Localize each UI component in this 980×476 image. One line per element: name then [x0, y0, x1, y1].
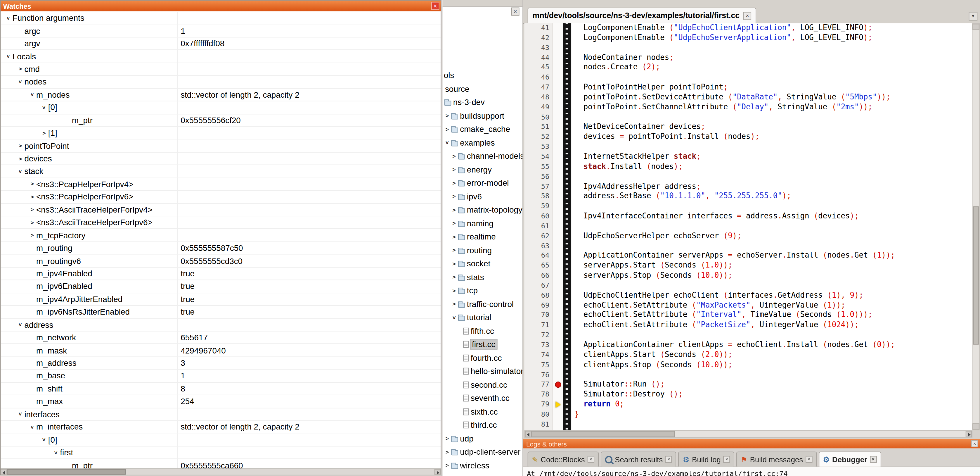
- watch-row[interactable]: >stack: [1, 165, 441, 178]
- marker-cell[interactable]: [553, 321, 563, 331]
- marker-cell[interactable]: [553, 33, 563, 43]
- line-number[interactable]: 46: [525, 73, 552, 83]
- watch-row[interactable]: >Function arguments: [1, 12, 441, 25]
- tree-toggle-icon[interactable]: >: [443, 462, 452, 468]
- code-area[interactable]: LogComponentEnable ("UdpEchoClientApplic…: [571, 23, 972, 430]
- code-line[interactable]: UdpEchoServerHelper echoServer (9);: [574, 231, 973, 241]
- tree-item[interactable]: >examples: [442, 136, 522, 149]
- code-line[interactable]: LogComponentEnable ("UdpEchoClientApplic…: [574, 23, 973, 33]
- code-line[interactable]: [574, 370, 973, 380]
- watch-row[interactable]: >nodes: [1, 76, 441, 89]
- tree-toggle-icon[interactable]: >: [443, 126, 452, 133]
- logs-caption[interactable]: Logs & others ×: [523, 439, 980, 449]
- scroll-left-icon[interactable]: [1, 469, 7, 474]
- scroll-up-icon[interactable]: [972, 24, 979, 30]
- watch-row[interactable]: ><ns3::PcapHelperForIpv6>: [1, 191, 441, 204]
- tree-item[interactable]: ols: [442, 69, 522, 82]
- watch-row[interactable]: ><ns3::AsciiTraceHelperForIpv6>: [1, 216, 441, 229]
- line-number[interactable]: 81: [525, 420, 552, 430]
- tree-toggle-icon[interactable]: >: [444, 139, 450, 147]
- marker-cell[interactable]: [553, 172, 563, 182]
- tree-toggle-icon[interactable]: >: [17, 167, 23, 176]
- tree-item[interactable]: >realtime: [442, 230, 522, 244]
- marker-cell[interactable]: [553, 112, 563, 122]
- code-line[interactable]: PointToPointHelper pointToPoint;: [574, 83, 973, 93]
- line-number[interactable]: 77: [525, 380, 552, 390]
- marker-cell[interactable]: [553, 23, 563, 33]
- line-number[interactable]: 62: [525, 231, 552, 241]
- code-line[interactable]: [574, 420, 973, 430]
- tree-toggle-icon[interactable]: >: [28, 194, 36, 200]
- tab-close-icon[interactable]: ×: [805, 456, 813, 463]
- watch-row[interactable]: >[1]: [1, 127, 441, 140]
- scrollbar-thumb[interactable]: [973, 206, 978, 344]
- tree-item[interactable]: sixth.cc: [442, 405, 522, 418]
- line-number[interactable]: 52: [525, 132, 552, 142]
- tree-toggle-icon[interactable]: >: [41, 104, 47, 112]
- line-number[interactable]: 57: [525, 182, 552, 192]
- marker-cell[interactable]: [553, 221, 563, 231]
- line-number[interactable]: 78: [525, 390, 552, 400]
- line-number[interactable]: 60: [525, 211, 552, 221]
- line-number[interactable]: 58: [525, 192, 552, 201]
- watch-row[interactable]: >m_ptr0x5555555ca660: [1, 459, 441, 468]
- scroll-right-icon[interactable]: [966, 431, 972, 437]
- tab-list-dropdown-icon[interactable]: ▾: [969, 12, 977, 21]
- code-line[interactable]: Ipv4InterfaceContainer interfaces = addr…: [574, 211, 973, 221]
- log-tab[interactable]: ⚙Build log×: [678, 452, 735, 466]
- tree-item[interactable]: first.cc: [442, 338, 522, 351]
- watches-hscrollbar[interactable]: [1, 468, 441, 474]
- marker-cell[interactable]: [553, 142, 563, 152]
- marker-cell[interactable]: [553, 231, 563, 241]
- marker-cell[interactable]: [553, 182, 563, 192]
- watch-row[interactable]: >m_interfacesstd::vector of length 2, ca…: [1, 421, 441, 434]
- tree-item[interactable]: >buildsupport: [442, 109, 522, 123]
- marker-cell[interactable]: [553, 211, 563, 221]
- tree-toggle-icon[interactable]: >: [450, 288, 458, 294]
- watch-row[interactable]: >m_ipv6Enabledtrue: [1, 280, 441, 293]
- watch-row[interactable]: >interfaces: [1, 408, 441, 421]
- line-number[interactable]: 45: [525, 63, 552, 73]
- code-line[interactable]: [574, 201, 973, 211]
- marker-cell[interactable]: [553, 281, 563, 291]
- line-number[interactable]: 61: [525, 221, 552, 231]
- marker-cell[interactable]: [553, 310, 563, 321]
- tree-toggle-icon[interactable]: >: [450, 220, 458, 226]
- tree-toggle-icon[interactable]: >: [17, 78, 23, 86]
- code-line[interactable]: InternetStackHelper stack;: [574, 152, 973, 162]
- code-line[interactable]: Ipv4AddressHelper address;: [574, 182, 973, 192]
- code-line[interactable]: Simulator::Destroy ();: [574, 390, 973, 400]
- watch-row[interactable]: >[0]: [1, 101, 441, 114]
- watch-row[interactable]: >[0]: [1, 434, 441, 446]
- line-number[interactable]: 65: [525, 261, 552, 271]
- watch-row[interactable]: >m_shift8: [1, 382, 441, 395]
- line-number[interactable]: 47: [525, 83, 552, 93]
- line-number[interactable]: 48: [525, 93, 552, 102]
- code-line[interactable]: [574, 73, 973, 83]
- tree-toggle-icon[interactable]: >: [53, 449, 59, 457]
- line-number[interactable]: 42: [525, 33, 552, 43]
- marker-cell[interactable]: [553, 370, 563, 380]
- line-number[interactable]: 51: [525, 122, 552, 132]
- marker-cell[interactable]: [553, 162, 563, 172]
- code-line[interactable]: pointToPoint.SetChannelAttribute ("Delay…: [574, 102, 973, 112]
- marker-cell[interactable]: [553, 132, 563, 142]
- line-number[interactable]: 72: [525, 331, 552, 340]
- code-line[interactable]: stack.Install (nodes);: [574, 162, 973, 172]
- tree-item[interactable]: third.cc: [442, 418, 522, 432]
- code-line[interactable]: serverApps.Stop (Seconds (10.0));: [574, 271, 973, 281]
- watch-row[interactable]: >m_ipv4ArpJitterEnabledtrue: [1, 293, 441, 306]
- watch-row[interactable]: >m_nodesstd::vector of length 2, capacit…: [1, 89, 441, 101]
- tree-item[interactable]: >socket: [442, 257, 522, 270]
- watch-row[interactable]: >m_routing0x555555587c50: [1, 242, 441, 255]
- marker-cell[interactable]: [553, 43, 563, 53]
- tab-close-icon[interactable]: ×: [723, 456, 730, 463]
- watches-caption[interactable]: Watches ×: [1, 1, 441, 11]
- code-line[interactable]: echoClient.SetAttribute ("MaxPackets", U…: [574, 300, 973, 310]
- code-line[interactable]: [574, 281, 973, 291]
- tab-close-icon[interactable]: ×: [870, 456, 877, 463]
- code-line[interactable]: [574, 241, 973, 251]
- code-line[interactable]: LogComponentEnable ("UdpEchoServerApplic…: [574, 33, 973, 43]
- tree-toggle-icon[interactable]: >: [28, 181, 36, 187]
- marker-cell[interactable]: [553, 331, 563, 340]
